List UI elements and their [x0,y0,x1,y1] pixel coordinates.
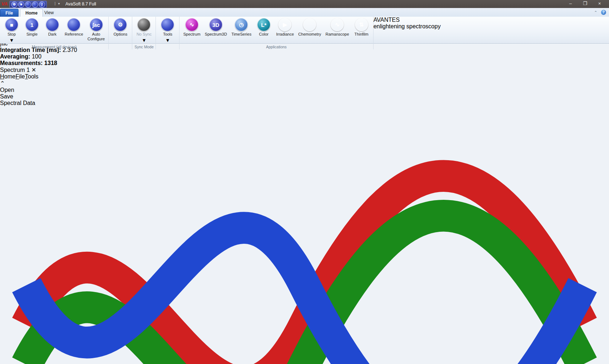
no-sync-button[interactable]: No Sync▾ [134,18,154,44]
ribbon-tab-view[interactable]: View [39,9,59,17]
thinfilm-icon: ⇅ [355,18,368,31]
close-button[interactable]: × [592,0,607,8]
color-button[interactable]: L*Color [254,18,274,37]
ramanscope-button[interactable]: ∿Ramanscope [323,18,351,37]
avasoft-window: VA ⚙■∫ | ▾ AvaSoft 8.7 Full – ❐ × FileHo… [0,0,609,364]
qat-dropdown-icon[interactable]: ▾ [58,2,60,5]
color-icon: L* [257,18,270,31]
spectrum3d-button[interactable]: 3DSpectrum3D [203,18,229,37]
group-legend: Legend [0,106,609,364]
stop-icon[interactable]: ■ [18,1,24,8]
ribbon-group-measurement-all-devices: ■Stop▾1SingleDarkReference∫acAuto Config… [0,17,109,49]
single-button[interactable]: 1Single [22,18,42,37]
reference-button[interactable]: Reference [62,18,85,37]
app-logo-icon: VA [1,1,8,7]
chart-tab-home[interactable]: Home [0,73,16,80]
quick-access-toolbar: ⚙■∫ [9,1,47,8]
ribbon-group-label: Measurement (all devices) [0,45,108,49]
avantes-tagline: enlightening spectroscopy [374,23,441,30]
dark-button[interactable]: Dark [42,18,62,37]
dark-bulb-icon[interactable] [25,1,31,8]
spectrum-button[interactable]: ∿Spectrum [181,18,202,37]
minimize-button[interactable]: – [563,0,578,8]
dark-icon [46,18,59,31]
no-sync-icon [137,18,150,31]
thinfilm-button[interactable]: ⇅Thinfilm [351,18,372,37]
options-icon: ⚙ [114,18,127,31]
timeseries-icon: ◷ [235,18,248,31]
ribbon-tab-file[interactable]: File [0,9,19,17]
ribbon-group: ⚙Options [109,17,132,49]
legend-icon [7,106,602,364]
tab-spectrum-1[interactable]: Spectrum 1 ✕ [0,66,609,73]
ramanscope-icon: ∿ [331,18,344,31]
spectrum-icon: ∿ [185,18,198,31]
dropdown-caret-icon[interactable]: ▾ [166,37,169,44]
qat-separator: | [55,1,56,5]
spectrum3d-icon: 3D [209,18,222,31]
ribbon-tab-row: FileHomeView ⌃ ? [0,8,609,17]
save-button[interactable]: Save [0,93,609,100]
ribbon-group-sync-mode: No Sync▾Sync Mode [132,17,156,49]
chart-tab-file[interactable]: File [16,73,25,80]
auto-configure-icon: ∫ac [90,18,103,31]
timeseries-button[interactable]: ◷TimeSeries [229,18,254,37]
dropdown-caret-icon[interactable]: ▾ [142,37,145,44]
averaging-value[interactable]: 100 [32,53,41,60]
measurements-value: 1318 [44,60,57,66]
maximize-button[interactable]: ❐ [578,0,592,8]
tools-button[interactable]: Tools▾ [157,18,178,44]
window-title: AvaSoft 8.7 Full [65,1,96,7]
auto-configure-button[interactable]: ∫acAuto Configure [85,18,107,41]
dropdown-caret-icon[interactable]: ▾ [10,37,13,44]
chart-tab-tools[interactable]: Tools [25,73,38,80]
group-spectral-data: Open Save Spectral Data [0,87,609,106]
avantes-check-icon: V [377,17,380,23]
reference-bulb-icon[interactable] [32,1,38,8]
irradiance-button[interactable]: ▶Irradiance [274,18,296,37]
chemometry-icon [303,18,316,31]
single-icon: 1 [25,18,39,31]
ribbon-collapse-icon[interactable]: ⌃ [594,10,597,15]
ribbon-group: Tools▾ [156,17,180,49]
tab-close-icon[interactable]: ✕ [31,67,36,73]
stop-icon: ■ [5,18,18,31]
chart-panel: Spectrum 1 ✕ HomeFileTools ⌃ Open [0,66,609,364]
options-button[interactable]: ⚙Options [110,18,130,37]
chart-toolbar-panel: HomeFileTools ⌃ Open Save Spectral Data [0,73,609,364]
open-button[interactable]: Open [0,87,609,93]
legend-button[interactable]: Legend [7,106,602,364]
help-icon[interactable]: ? [601,10,606,15]
wrench-icon[interactable]: ⚙ [11,1,17,8]
ribbon-group-label: Applications [180,45,373,49]
stop-button[interactable]: ■Stop▾ [1,18,22,44]
measurements-label: Measurements: [0,60,43,66]
ribbon: ■Stop▾1SingleDarkReference∫acAuto Config… [0,17,609,44]
chemometry-button[interactable]: Chemometry [296,18,323,37]
averaging-label: Averaging: [0,53,30,60]
titlebar: VA ⚙■∫ | ▾ AvaSoft 8.7 Full – ❐ × [0,0,609,8]
ribbon-group-applications: ∿Spectrum3DSpectrum3D◷TimeSeriesL*Color▶… [180,17,373,49]
autoconfigure-icon[interactable]: ∫ [39,1,45,8]
irradiance-icon: ▶ [278,18,291,31]
reference-icon [67,18,80,31]
tools-icon [161,18,174,31]
toolbar-collapse-icon[interactable]: ⌃ [0,80,5,86]
ribbon-group-label: Sync Mode [132,45,156,49]
avantes-logo: AVANTES enlightening spectroscopy [374,17,441,43]
